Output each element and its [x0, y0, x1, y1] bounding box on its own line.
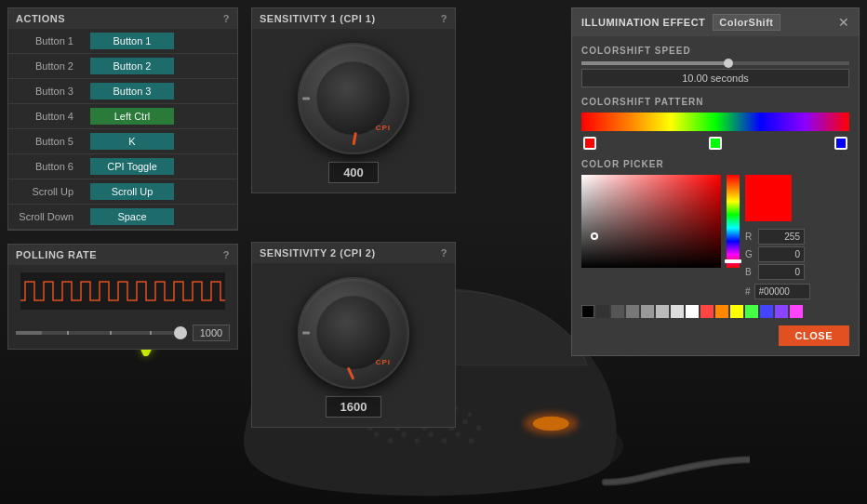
- color-picker-section: COLOR PICKER R G: [581, 159, 849, 318]
- polling-title: POLLING RATE: [16, 249, 97, 260]
- sensitivity-2-title: SENSITIVITY 2 (CPI 2): [260, 247, 376, 259]
- action-label-3: Button 4: [8, 104, 83, 129]
- swatch-2[interactable]: [596, 305, 609, 318]
- rainbow-marker-blue[interactable]: [834, 137, 847, 150]
- swatch-13[interactable]: [760, 305, 773, 318]
- polling-header: POLLING RATE ?: [8, 245, 237, 265]
- speed-slider-row: [581, 61, 849, 65]
- b-input[interactable]: [758, 264, 805, 280]
- g-label: G: [745, 249, 754, 259]
- illumination-close-button[interactable]: ✕: [838, 16, 849, 29]
- swatch-11[interactable]: [730, 305, 743, 318]
- color-picker-area: R G B #: [581, 175, 849, 299]
- rainbow-marker-red[interactable]: [583, 137, 596, 150]
- svg-point-18: [455, 431, 460, 437]
- b-label: B: [745, 267, 754, 277]
- polling-slider[interactable]: [16, 331, 187, 335]
- g-input[interactable]: [758, 246, 805, 262]
- hex-label: #: [745, 286, 751, 297]
- speed-label: COLORSHIFT SPEED: [581, 46, 849, 56]
- actions-header: ACTIONS ?: [8, 8, 237, 29]
- action-label-1: Button 2: [8, 54, 83, 79]
- close-btn-row: CLOSE: [581, 325, 849, 346]
- sensitivity-2-value: 1600: [326, 396, 382, 418]
- svg-point-15: [415, 438, 420, 444]
- actions-help-icon[interactable]: ?: [223, 13, 230, 24]
- rainbow-bar: [581, 113, 849, 131]
- svg-point-19: [469, 438, 474, 444]
- swatch-4[interactable]: [626, 305, 639, 318]
- action-btn-5[interactable]: CPI Toggle: [90, 158, 174, 175]
- action-row-6: Scroll UpScroll Up: [8, 179, 237, 205]
- r-label: R: [745, 232, 754, 242]
- speed-section: COLORSHIFT SPEED 10.00 seconds: [581, 46, 849, 87]
- svg-point-10: [462, 419, 468, 425]
- speed-slider[interactable]: [581, 61, 849, 65]
- swatches-row: [581, 305, 849, 318]
- sensitivity-2-help[interactable]: ?: [441, 247, 447, 259]
- action-label-2: Button 3: [8, 79, 83, 104]
- polling-help-icon[interactable]: ?: [223, 249, 230, 260]
- illumination-close-btn[interactable]: CLOSE: [779, 325, 849, 346]
- sensitivity-2-dial-container: CPI 1600: [252, 263, 455, 427]
- sensitivity-1-dial-container: CPI 400: [252, 29, 455, 192]
- rainbow-marker-green[interactable]: [709, 137, 722, 150]
- action-btn-4[interactable]: K: [90, 133, 174, 150]
- action-label-6: Scroll Up: [8, 179, 83, 205]
- swatch-5[interactable]: [641, 305, 654, 318]
- action-row-2: Button 3Button 3: [8, 79, 237, 104]
- actions-table: Button 1Button 1Button 2Button 2Button 3…: [8, 29, 237, 230]
- sensitivity-1-dial[interactable]: CPI: [298, 43, 409, 154]
- action-btn-0[interactable]: Button 1: [90, 33, 174, 49]
- sensitivity-1-help[interactable]: ?: [441, 13, 447, 24]
- rgb-inputs: R G B #: [745, 229, 810, 299]
- sensitivity-1-title: SENSITIVITY 1 (CPI 1): [260, 13, 376, 24]
- color-picker-label: COLOR PICKER: [581, 159, 849, 169]
- action-row-1: Button 2Button 2: [8, 54, 237, 79]
- swatch-14[interactable]: [775, 305, 788, 318]
- illumination-panel: ILLUMINATION EFFECT ColorShift ✕ COLORSH…: [571, 7, 860, 356]
- action-row-4: Button 5K: [8, 129, 237, 154]
- sensitivity-2-dial[interactable]: CPI: [298, 277, 409, 389]
- action-btn-2[interactable]: Button 3: [90, 83, 174, 99]
- polling-slider-row: 1000: [8, 321, 237, 349]
- swatch-3[interactable]: [611, 305, 624, 318]
- svg-point-11: [476, 425, 482, 431]
- svg-point-14: [401, 431, 407, 437]
- illumination-body: COLORSHIFT SPEED 10.00 seconds COLORSHIF…: [572, 36, 859, 355]
- hue-bar[interactable]: [727, 175, 740, 268]
- swatch-10[interactable]: [715, 305, 728, 318]
- color-preview: [745, 175, 792, 221]
- action-row-5: Button 6CPI Toggle: [8, 154, 237, 179]
- swatch-15[interactable]: [790, 305, 803, 318]
- effect-type-dropdown[interactable]: ColorShift: [713, 14, 780, 31]
- sensitivity-2-header: SENSITIVITY 2 (CPI 2) ?: [252, 243, 455, 263]
- action-row-0: Button 1Button 1: [8, 29, 237, 54]
- swatch-9[interactable]: [700, 305, 714, 318]
- actions-title: ACTIONS: [16, 13, 65, 24]
- action-label-7: Scroll Down: [8, 205, 83, 230]
- svg-point-28: [467, 412, 472, 417]
- illumination-header: ILLUMINATION EFFECT ColorShift ✕: [572, 8, 859, 36]
- action-btn-1[interactable]: Button 2: [90, 58, 174, 74]
- swatch-1[interactable]: [581, 305, 594, 318]
- sensitivity-1-value: 400: [328, 162, 379, 183]
- svg-point-12: [374, 431, 380, 437]
- swatch-12[interactable]: [745, 305, 758, 318]
- polling-value: 1000: [193, 325, 230, 341]
- swatch-6[interactable]: [656, 305, 669, 318]
- swatch-8[interactable]: [686, 305, 699, 318]
- action-btn-3[interactable]: Left Ctrl: [90, 108, 174, 125]
- hex-input[interactable]: [754, 284, 810, 299]
- action-label-5: Button 6: [8, 154, 83, 179]
- pattern-section: COLORSHIFT PATTERN: [581, 97, 849, 150]
- r-input[interactable]: [758, 229, 805, 245]
- polling-graph: [8, 265, 237, 321]
- action-btn-7[interactable]: Space: [90, 208, 174, 225]
- speed-value: 10.00 seconds: [581, 69, 849, 87]
- color-gradient[interactable]: [581, 175, 721, 268]
- sensitivity-panel-2: SENSITIVITY 2 (CPI 2) ? CPI 1600: [251, 242, 456, 428]
- swatch-7[interactable]: [671, 305, 684, 318]
- action-label-4: Button 5: [8, 129, 83, 154]
- action-btn-6[interactable]: Scroll Up: [90, 183, 174, 200]
